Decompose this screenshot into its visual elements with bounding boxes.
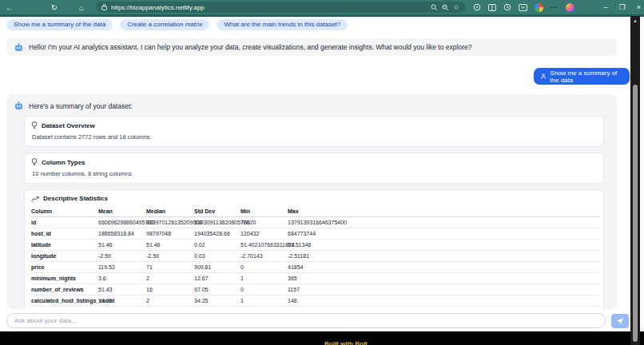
column-header: Median [146, 206, 194, 217]
lightbulb-icon [31, 121, 38, 129]
home-icon[interactable]: ⌂ [75, 3, 88, 12]
table-cell: 16 [146, 284, 194, 295]
trend-up-icon [31, 196, 39, 202]
built-with-badge[interactable]: Built with Bolt [324, 340, 368, 345]
copilot-icon[interactable] [566, 3, 574, 12]
url-text: https://bizappanalytics.netlify.app [111, 4, 205, 11]
table-cell: 98797048 [146, 228, 194, 240]
greeting-text: Hello! I'm your AI analytics assistant. … [29, 43, 471, 51]
table-cell: 97.05 [194, 284, 241, 295]
chip-summary[interactable]: Show me a summary of the data [6, 19, 113, 30]
user-message-text: Show me a summary of the data [550, 69, 622, 84]
lock-icon [101, 4, 107, 10]
table-cell: 14.36 [98, 295, 146, 307]
table-cell: -2.59 [98, 251, 146, 262]
table-cell: longitude [31, 251, 98, 262]
send-icon [616, 317, 624, 325]
table-row: calculated_host_listings_count14.36234.2… [31, 295, 600, 307]
table-cell: -2.59 [146, 251, 194, 262]
address-bar[interactable]: https://bizappanalytics.netlify.app ☆ [96, 2, 465, 13]
ask-input[interactable] [6, 313, 606, 328]
zoom-icon[interactable] [442, 4, 449, 11]
table-cell: 1157 [288, 284, 600, 295]
table-row: host_id188658318.8498797048194035428.661… [31, 228, 600, 240]
scroll-up-arrow-icon[interactable]: ▲ [630, 18, 640, 24]
table-cell: -2.70143 [241, 251, 288, 262]
dataset-overview-card: Dataset Overview Dataset contains 2772 r… [24, 116, 604, 147]
bot-icon [14, 43, 23, 52]
table-cell: number_of_reviews [31, 284, 98, 295]
column-header: Max [288, 206, 600, 217]
table-cell: 0 [241, 284, 288, 295]
table-cell: 148 [288, 295, 600, 307]
table-cell: 365 [288, 273, 600, 284]
table-cell: host_id [31, 228, 98, 240]
section-body: 10 number columns, 8 string columns [32, 170, 597, 177]
table-cell: price [31, 262, 98, 273]
table-cell: 1379139316646375400 [288, 217, 600, 228]
column-types-card: Column Types 10 number columns, 8 string… [24, 153, 604, 184]
user-message: Show me a summary of the data [534, 68, 630, 85]
chip-trends[interactable]: What are the main trends in this dataset… [217, 19, 348, 30]
table-cell: 34.25 [194, 295, 241, 307]
assistant-greeting-message: Hello! I'm your AI analytics assistant. … [6, 38, 617, 56]
column-header: Column [31, 206, 98, 217]
table-cell: 0.03 [194, 251, 241, 262]
table-cell: 51.46 [146, 240, 194, 251]
suggestion-chips: Show me a summary of the data Create a c… [6, 19, 348, 30]
table-cell: id [31, 217, 98, 228]
summary-intro-text: Here's a summary of your dataset: [29, 102, 133, 110]
table-row: number_of_reviews51.431697.0501157 [31, 284, 600, 295]
table-header-row: Column Mean Median Std Dev Min Max [31, 206, 600, 217]
refresh-icon[interactable]: ↻ [48, 3, 61, 12]
toolbar-divider [0, 14, 644, 17]
more-options-icon[interactable]: ⋯ [551, 3, 559, 11]
table-row: latitude51.4651.460.0251.402107663311824… [31, 240, 600, 251]
screenshot-icon[interactable] [519, 4, 527, 11]
chip-correlation[interactable]: Create a correlation matrix [120, 19, 209, 30]
minimize-button[interactable]: – [604, 3, 608, 11]
table-cell: 0.02 [194, 240, 241, 251]
history-icon[interactable] [503, 3, 511, 11]
table-row: minimum_nights3.6212.671365 [31, 273, 600, 284]
table-cell: 660696298860495700 [98, 217, 146, 228]
column-header: Min [241, 206, 288, 217]
composer-bar [0, 310, 644, 331]
maximize-button[interactable]: ❐ [619, 3, 626, 11]
table-cell: 12.67 [194, 273, 241, 284]
section-title: Column Types [42, 159, 85, 166]
find-icon[interactable] [431, 4, 438, 11]
send-button[interactable] [611, 314, 629, 328]
table-cell: 684773744 [288, 228, 600, 240]
table-cell: 71 [146, 262, 194, 273]
table-row: longitude-2.59-2.590.03-2.70143-2.51181 [31, 251, 600, 262]
table-cell: 119.52 [98, 262, 146, 273]
column-header: Mean [98, 206, 146, 217]
split-screen-icon[interactable] [488, 4, 496, 11]
table-cell: -2.51181 [288, 251, 600, 262]
favorites-star-icon[interactable]: ☆ [453, 3, 459, 11]
column-header: Std Dev [194, 206, 241, 217]
lightbulb-icon [31, 158, 38, 166]
page-scrollbar[interactable]: ▲ [630, 16, 640, 345]
table-row: price119.5271909.81041854 [31, 262, 600, 273]
table-cell: 194035428.66 [194, 228, 241, 240]
summary-panel: Here's a summary of your dataset: Datase… [6, 94, 617, 309]
table-cell: 51.51348 [288, 240, 600, 251]
user-icon [541, 73, 546, 80]
section-title: Descriptive Statistics [43, 195, 108, 202]
browser-essentials-icon[interactable] [473, 3, 481, 11]
scrollbar-thumb[interactable] [633, 85, 638, 342]
table-cell: 3.6 [98, 273, 146, 284]
back-icon[interactable]: ← [3, 3, 16, 12]
table-cell: 0 [241, 262, 288, 273]
bot-icon [14, 101, 23, 110]
profile-avatar[interactable] [535, 3, 543, 12]
table-cell: 51.43 [98, 284, 146, 295]
table-cell: 120432 [241, 228, 288, 240]
table-cell: 530309113820805760 [194, 217, 241, 228]
table-cell: calculated_host_listings_count [31, 295, 98, 307]
close-button[interactable]: × [637, 3, 641, 11]
table-cell: 51.402107663311824 [241, 240, 288, 251]
table-cell: minimum_nights [31, 273, 98, 284]
